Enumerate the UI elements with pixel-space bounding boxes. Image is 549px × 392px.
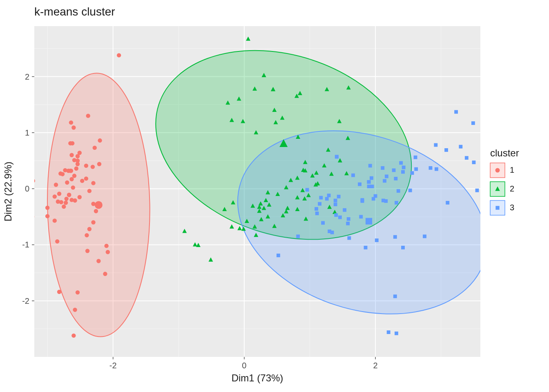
y-tick-label: 0 [25, 184, 29, 193]
svg-rect-165 [414, 167, 418, 171]
svg-rect-194 [454, 110, 458, 114]
svg-point-42 [86, 114, 90, 118]
svg-rect-170 [435, 167, 438, 171]
svg-rect-200 [367, 185, 371, 188]
svg-rect-171 [395, 201, 398, 205]
legend-title: cluster [490, 147, 519, 158]
svg-rect-198 [444, 148, 448, 152]
svg-point-31 [63, 168, 67, 172]
svg-rect-228 [387, 330, 391, 334]
svg-point-59 [68, 141, 72, 145]
svg-point-62 [54, 183, 58, 187]
svg-point-49 [31, 179, 35, 183]
svg-point-35 [53, 218, 57, 223]
svg-point-30 [62, 205, 66, 209]
svg-rect-179 [370, 185, 374, 188]
chart-container: -202-2-1012Dim1 (73%)Dim2 (22.9%)k-means… [0, 0, 549, 392]
y-tick-label: -1 [22, 240, 29, 249]
svg-point-65 [45, 214, 49, 218]
legend-key-3 [490, 200, 505, 215]
svg-rect-222 [364, 246, 368, 249]
svg-rect-231 [459, 145, 462, 149]
svg-point-73 [76, 158, 80, 163]
svg-rect-215 [296, 234, 300, 238]
svg-rect-177 [347, 217, 350, 221]
svg-rect-197 [359, 215, 363, 218]
svg-rect-210 [358, 183, 362, 186]
svg-rect-180 [471, 121, 475, 125]
svg-rect-183 [402, 166, 406, 169]
x-tick-label: -2 [109, 361, 117, 370]
svg-point-54 [74, 167, 78, 171]
svg-point-41 [69, 120, 73, 125]
svg-rect-169 [277, 254, 280, 257]
cluster-centroid-1 [95, 201, 103, 209]
svg-point-51 [87, 189, 92, 193]
svg-point-82 [106, 250, 110, 254]
svg-point-67 [60, 172, 65, 176]
svg-point-77 [117, 53, 121, 57]
svg-point-78 [87, 227, 92, 231]
svg-rect-188 [414, 156, 417, 159]
svg-rect-225 [401, 246, 405, 249]
svg-rect-220 [338, 216, 342, 219]
svg-rect-189 [325, 197, 329, 200]
legend-label: 2 [510, 184, 514, 193]
svg-point-53 [80, 179, 84, 183]
svg-point-45 [98, 138, 102, 143]
legend-key-1 [490, 163, 505, 178]
legend-key-2 [490, 182, 505, 196]
svg-point-58 [84, 164, 88, 168]
svg-point-63 [69, 153, 74, 157]
svg-point-47 [91, 165, 95, 169]
svg-point-50 [91, 181, 95, 185]
svg-rect-206 [411, 171, 414, 175]
svg-point-68 [55, 239, 59, 243]
svg-rect-186 [334, 199, 337, 203]
svg-point-33 [57, 192, 61, 196]
legend-label: 1 [510, 165, 514, 174]
svg-rect-167 [397, 189, 400, 193]
svg-point-89 [73, 307, 77, 312]
svg-rect-224 [393, 235, 397, 239]
svg-point-79 [91, 220, 95, 224]
svg-rect-172 [434, 143, 437, 147]
svg-rect-212 [334, 203, 337, 206]
x-tick-label: 0 [242, 361, 246, 370]
svg-rect-216 [318, 202, 321, 206]
svg-rect-173 [351, 174, 355, 177]
svg-point-57 [73, 198, 77, 203]
svg-rect-237 [366, 218, 372, 225]
svg-rect-230 [475, 189, 479, 192]
svg-point-90 [71, 334, 76, 338]
svg-point-76 [65, 180, 69, 185]
svg-rect-213 [306, 188, 309, 192]
legend-label: 3 [510, 203, 514, 212]
svg-rect-185 [472, 160, 476, 164]
svg-rect-205 [335, 155, 339, 158]
cluster-scatter-plot: -202-2-1012Dim1 (73%)Dim2 (22.9%)k-means… [0, 0, 549, 392]
svg-rect-234 [374, 194, 377, 198]
svg-point-70 [84, 176, 88, 180]
svg-rect-168 [465, 156, 469, 160]
svg-point-61 [67, 193, 71, 197]
svg-rect-208 [370, 176, 373, 180]
svg-point-239 [495, 168, 500, 173]
x-axis-title: Dim1 (73%) [232, 372, 283, 383]
svg-point-69 [45, 206, 49, 210]
svg-point-235 [95, 201, 103, 209]
svg-rect-217 [334, 213, 338, 217]
svg-rect-214 [315, 212, 319, 215]
svg-rect-203 [394, 177, 397, 180]
svg-point-28 [64, 197, 68, 201]
x-tick-label: 2 [373, 361, 377, 370]
svg-rect-223 [375, 238, 379, 242]
svg-point-66 [72, 174, 76, 178]
y-tick-label: -2 [22, 296, 29, 305]
svg-rect-163 [408, 189, 412, 192]
svg-point-83 [96, 259, 100, 263]
svg-rect-227 [393, 294, 397, 298]
svg-rect-187 [392, 168, 396, 172]
svg-rect-202 [381, 166, 384, 170]
svg-point-60 [71, 125, 76, 129]
